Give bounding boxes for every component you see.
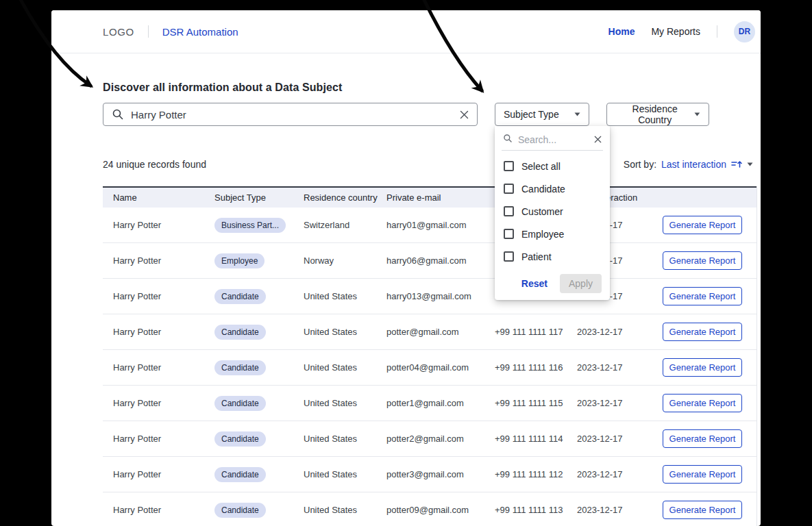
chevron-down-icon <box>574 112 580 116</box>
apply-button[interactable]: Apply <box>560 274 602 293</box>
subject-type-badge: Candidate <box>214 360 266 375</box>
column-header: Subject Type <box>214 192 304 203</box>
search-input[interactable] <box>131 109 453 121</box>
generate-report-button[interactable]: Generate Report <box>663 251 742 270</box>
cell-phone: +99 111 1111 113 <box>495 505 577 515</box>
checkbox-option-label: Customer <box>521 206 563 217</box>
cell-country: United States <box>304 291 386 301</box>
subject-type-badge: Candidate <box>214 325 266 340</box>
nav-my-reports[interactable]: My Reports <box>651 26 700 37</box>
cell-email: potter1@gmail.com <box>386 398 495 408</box>
subject-type-filter-label: Subject Type <box>504 109 559 120</box>
table-row: Harry Potter Candidate United States pot… <box>103 457 756 492</box>
cell-country: United States <box>304 434 386 444</box>
subject-type-filter[interactable]: Subject Type <box>495 103 589 126</box>
page-title: Discover all information about a Data Su… <box>103 82 757 94</box>
sort-icon[interactable] <box>731 160 742 169</box>
generate-report-button[interactable]: Generate Report <box>663 465 742 484</box>
cell-name: Harry Potter <box>113 505 214 515</box>
cell-email: potter@gmail.com <box>386 327 495 337</box>
filter-controls: Subject Type <box>103 103 757 126</box>
header-divider <box>148 25 149 38</box>
app-title: DSR Automation <box>162 26 238 38</box>
table-row: Harry Potter Candidate United States pot… <box>103 314 756 350</box>
cell-name: Harry Potter <box>113 220 214 230</box>
clear-icon[interactable] <box>460 110 469 119</box>
cell-email: harry01@gmail.com <box>386 220 495 230</box>
cell-phone: +99 111 1111 117 <box>495 327 577 337</box>
checkbox-option-label: Employee <box>521 229 564 240</box>
dropdown-option[interactable]: Candidate <box>495 177 610 200</box>
table-header-row: NameSubject TypeResidence countryPrivate… <box>103 186 756 208</box>
chevron-down-icon <box>694 112 700 116</box>
dropdown-search-input[interactable] <box>518 134 581 145</box>
checkbox-icon[interactable] <box>504 251 514 262</box>
table-row: Harry Potter Candidate United States pot… <box>103 421 756 457</box>
cell-email: potter04@gmail.com <box>386 362 495 373</box>
cell-last-interaction: 2023-12-17 <box>577 327 663 337</box>
cell-country: United States <box>304 469 386 479</box>
generate-report-button[interactable]: Generate Report <box>663 287 742 305</box>
dropdown-footer: Reset Apply <box>495 268 610 296</box>
cell-name: Harry Potter <box>113 398 214 408</box>
cell-phone: +99 111 1111 116 <box>495 362 577 373</box>
header-divider <box>717 25 717 38</box>
app-window: LOGO DSR Automation Home My Reports DR D… <box>51 10 761 526</box>
subject-type-badge: Candidate <box>214 431 266 447</box>
reset-button[interactable]: Reset <box>521 278 548 289</box>
dropdown-search[interactable] <box>502 129 603 151</box>
checkbox-icon[interactable] <box>504 161 514 171</box>
checkbox-option-label: Select all <box>521 161 561 172</box>
checkbox-option-label: Patient <box>521 251 552 262</box>
residence-country-filter[interactable]: Residence Country <box>606 103 709 126</box>
cell-name: Harry Potter <box>113 327 214 337</box>
subject-type-badge: Candidate <box>214 396 266 411</box>
generate-report-button[interactable]: Generate Report <box>663 394 742 412</box>
dropdown-option[interactable]: Employee <box>495 223 610 245</box>
subject-type-badge: Candidate <box>214 503 266 518</box>
subject-type-badge: Candidate <box>214 467 266 482</box>
generate-report-button[interactable]: Generate Report <box>663 429 742 448</box>
cell-last-interaction: 2023-12-17 <box>577 398 663 408</box>
checkbox-option-label: Candidate <box>521 184 565 195</box>
generate-report-button[interactable]: Generate Report <box>663 501 742 519</box>
search-icon <box>503 134 513 146</box>
cell-phone: +99 111 1111 112 <box>495 469 577 479</box>
cell-email: potter09@gmail.com <box>386 505 495 515</box>
sort-by-label: Sort by: <box>624 159 656 170</box>
clear-icon[interactable] <box>594 136 602 143</box>
avatar[interactable]: DR <box>734 21 755 42</box>
dropdown-option[interactable]: Patient <box>495 245 610 268</box>
nav-home[interactable]: Home <box>608 26 635 37</box>
cell-email: potter3@gmail.com <box>386 469 495 479</box>
records-table: NameSubject TypeResidence countryPrivate… <box>103 186 757 526</box>
sort-by-value[interactable]: Last interaction <box>661 159 726 170</box>
cell-name: Harry Potter <box>113 255 214 266</box>
cell-last-interaction: 2023-12-17 <box>577 505 663 515</box>
results-meta: 24 unique records found Sort by: Last in… <box>103 159 757 170</box>
cell-country: Switzerland <box>304 220 386 230</box>
cell-name: Harry Potter <box>113 434 214 444</box>
table-row: Harry Potter Candidate United States pot… <box>103 350 756 386</box>
checkbox-icon[interactable] <box>504 229 514 239</box>
table-row: Harry Potter Candidate United States har… <box>103 279 756 314</box>
generate-report-button[interactable]: Generate Report <box>663 323 742 341</box>
column-header: Name <box>113 192 214 203</box>
table-row: Harry Potter Candidate United States pot… <box>103 386 756 421</box>
dropdown-option[interactable]: Customer <box>495 200 610 223</box>
chevron-down-icon[interactable] <box>747 162 753 166</box>
table-body: Harry Potter Business Part... Switzerlan… <box>103 208 756 526</box>
cell-email: potter2@gmail.com <box>386 434 495 444</box>
checkbox-icon[interactable] <box>504 184 514 194</box>
top-bar: LOGO DSR Automation Home My Reports DR <box>51 10 761 53</box>
cell-name: Harry Potter <box>113 469 214 479</box>
dropdown-option[interactable]: Select all <box>495 155 610 177</box>
cell-name: Harry Potter <box>113 291 214 301</box>
subject-type-badge: Candidate <box>214 289 266 304</box>
subject-type-badge: Employee <box>214 253 264 268</box>
cell-name: Harry Potter <box>113 362 214 373</box>
generate-report-button[interactable]: Generate Report <box>663 216 742 234</box>
search-box[interactable] <box>103 103 478 126</box>
checkbox-icon[interactable] <box>504 206 514 216</box>
generate-report-button[interactable]: Generate Report <box>663 358 742 377</box>
